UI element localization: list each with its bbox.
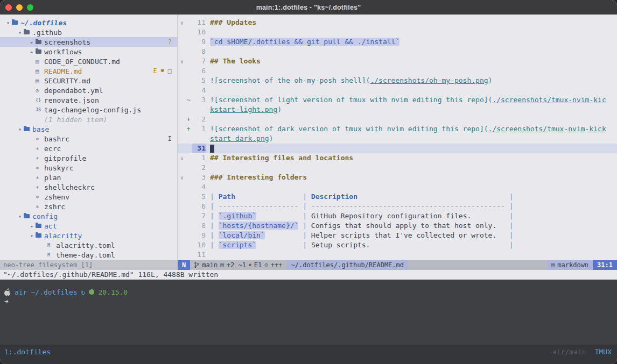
maximize-button[interactable] [27,4,33,11]
status-badge: □ [168,67,172,75]
editor-line-3[interactable]: ∨ 3### Interesting folders [178,173,617,182]
editor-line-11[interactable]: 11 [178,250,617,260]
line-text: ![screenshot of light version of tmux wi… [206,95,617,105]
tree-item--.dotfiles[interactable]: ▾~/.dotfiles [0,18,177,27]
minimize-button[interactable] [16,4,23,11]
tree-item-base[interactable]: ▾base [0,124,177,134]
sign-column [185,174,192,181]
editor-line-4[interactable]: 4 [178,85,617,95]
tree-item-ecrc[interactable]: ∗ecrc [0,144,177,153]
editor-line-3[interactable]: ~3![screenshot of light version of tmux … [178,95,617,105]
tree-item-.github[interactable]: ▾.github [0,27,177,37]
editor-line-2[interactable]: +2 [178,115,617,124]
line-number: 1 [192,153,206,163]
git-branch: main [202,260,218,270]
fold-column [178,117,185,123]
editor-line-7[interactable]: ∨ 7## The looks [178,56,617,66]
editor-line-10[interactable]: 10| `scripts` | Setup scripts. | [178,240,617,250]
chevron-down-icon[interactable]: ▾ [16,30,24,35]
editor-line-11[interactable]: ∨ 11### Updates [178,18,617,27]
sign-column [185,222,192,230]
fold-marker[interactable]: ∨ [178,59,185,65]
fold-column [178,194,185,200]
tree-item-label: dependabot.yml [44,87,103,95]
shell-file-icon: ∗ [36,203,39,210]
tree-item-zshrc[interactable]: ∗zshrc [0,202,177,211]
fold-column [178,30,185,35]
tree-item-label: gitprofile [44,154,86,162]
tree-item-renovate.json[interactable]: {}renovate.json [0,95,177,105]
tree-item-workflows[interactable]: ▸workflows [0,47,177,56]
sign-column [185,145,192,152]
editor-line-9[interactable]: 9| `local/bin` | Helper scripts that I'v… [178,231,617,240]
editor-line-10[interactable]: 10 [178,27,617,37]
editor-line-8[interactable]: 8 [178,47,617,56]
editor-line-4[interactable]: 4 [178,182,617,192]
editor-pane[interactable]: ∨ 11### Updates 10 9`cd $HOME/.dotfiles … [178,15,617,260]
editor-line-5[interactable]: 5![screenshot of the oh-my-posh shell](.… [178,76,617,85]
tree-item-act[interactable]: ▸act [0,221,177,231]
tree-item--1-hidden-item-: (1 hidden item) [0,115,177,124]
editor-line-7[interactable]: 7| `.github` | GitHub Repository configu… [178,211,617,221]
fold-column [178,184,185,190]
tree-item-dependabot.yml[interactable]: ⊙dependabot.yml [0,85,177,95]
line-text: ### Updates [206,18,617,27]
tree-item-readme.md[interactable]: ▤README.mdE●□ [0,66,177,76]
sign-column [185,67,192,75]
fold-marker[interactable]: ∨ [178,175,185,181]
editor-line-6[interactable]: 6| ------------------- | ---------------… [178,202,617,211]
editor-line-wrap[interactable]: start-dark.png) [178,134,617,144]
chevron-down-icon[interactable]: ▾ [4,20,12,26]
tree-item-label: config [32,212,58,220]
tree-item-alacritty[interactable]: ▾alacritty [0,231,177,240]
line-number: 5 [192,192,206,202]
tree-item-gitprofile[interactable]: ∗gitprofile [0,153,177,163]
chevron-down-icon[interactable]: ▾ [16,213,24,219]
chevron-down-icon[interactable]: ▾ [28,233,36,239]
tree-item-alacritty.toml[interactable]: Malacritty.toml [0,240,177,250]
editor-line-6[interactable]: 6 [178,66,617,76]
tree-item-plan[interactable]: ∗plan [0,173,177,182]
shell-pane[interactable]: air ~/.dotfiles ↻ 20.15.0 ➜ [0,280,617,345]
fold-column [178,223,185,229]
editor-line-9[interactable]: 9`cd $HOME/.dotfiles && git pull && ./in… [178,37,617,47]
editor-line-5[interactable]: 5| Path | Description | [178,192,617,202]
chevron-right-icon[interactable]: ▸ [28,39,36,45]
chevron-right-icon[interactable]: ▸ [28,49,36,55]
line-text: | `.github` | GitHub Repository configur… [206,211,617,221]
close-button[interactable] [5,4,12,11]
tree-item-config[interactable]: ▾config [0,211,177,221]
tmux-window-1[interactable]: 1:.dotfiles [4,347,51,357]
shell-file-icon: ∗ [36,165,39,172]
statusline-spacer [408,260,547,270]
line-text [206,163,617,173]
tree-item-screenshots[interactable]: ▸screenshots? [0,37,177,47]
status-badge: ● [161,67,164,75]
tree-item-theme-day.toml[interactable]: Mtheme-day.toml [0,250,177,260]
editor-line-1[interactable]: +1![screenshot of dark version of tmux w… [178,124,617,134]
tree-item-tag-changelog-config.js[interactable]: JStag-changelog-config.js [0,105,177,115]
tree-item-zshenv[interactable]: ∗zshenv [0,192,177,202]
tree-item-shellcheckrc[interactable]: ∗shellcheckrc [0,182,177,192]
chevron-down-icon[interactable]: ▾ [16,126,24,132]
editor-line-wrap[interactable]: kstart-light.png) [178,105,617,115]
tree-item-security.md[interactable]: ▤SECURITY.md [0,76,177,85]
editor-line-31[interactable]: 31 [178,144,617,153]
editor-line-2[interactable]: 2 [178,163,617,173]
tree-item-code-of-conduct.md[interactable]: ▤CODE_OF_CONDUCT.md [0,56,177,66]
line-number: 10 [192,240,206,250]
tree-item-label: SECURITY.md [44,77,90,85]
fold-column [178,204,185,210]
tree-item-huskyrc[interactable]: ∗huskyrc [0,163,177,173]
buffer-icon: ▤ [220,260,224,270]
line-number: 6 [192,66,206,76]
fold-marker[interactable]: ∨ [178,20,185,26]
tree-item-label: zshenv [44,193,69,201]
editor-line-1[interactable]: ∨ 1## Interesting files and locations [178,153,617,163]
line-number: 5 [192,76,206,85]
editor-line-8[interactable]: 8| `hosts/{hostname}/` | Configs that sh… [178,221,617,231]
chevron-right-icon[interactable]: ▸ [28,223,36,229]
fold-marker[interactable]: ∨ [178,155,185,161]
tree-item-bashrc[interactable]: ∗bashrcI [0,134,177,144]
doc-file-icon: ▤ [36,77,39,84]
